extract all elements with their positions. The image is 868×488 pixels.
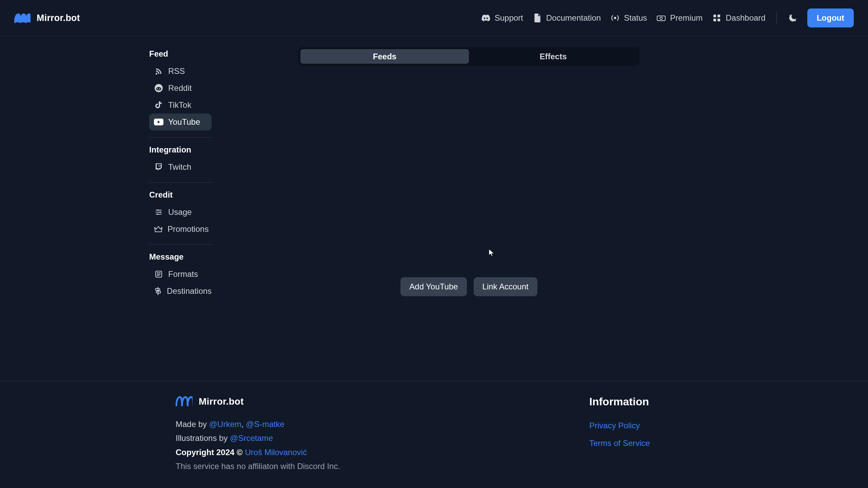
footer-link-srcetame[interactable]: @Srcetame — [230, 433, 273, 443]
sidebar-item-label: Usage — [168, 207, 192, 217]
nav-status[interactable]: Status — [610, 13, 647, 23]
sliders-icon — [154, 207, 163, 217]
footer-illustrations: Illustrations by @Srcetame — [176, 431, 481, 445]
sidebar-group-credit-title: Credit — [149, 189, 212, 204]
footer-brand[interactable]: Mirror.bot — [176, 395, 481, 408]
footer: Mirror.bot Made by @Urkem, @S-matke Illu… — [0, 381, 868, 473]
sidebar-separator — [149, 137, 212, 138]
discord-icon — [481, 13, 491, 23]
topbar: Mirror.bot Support Documentation Status … — [0, 0, 868, 36]
youtube-icon — [154, 117, 163, 127]
footer-left: Mirror.bot Made by @Urkem, @S-matke Illu… — [176, 395, 481, 473]
sidebar-item-rss[interactable]: RSS — [149, 63, 212, 80]
dashboard-icon — [712, 13, 722, 23]
reddit-icon — [154, 83, 163, 93]
nav-premium[interactable]: Premium — [656, 13, 703, 23]
svg-point-12 — [159, 88, 160, 89]
topnav: Support Documentation Status Premium Das… — [481, 8, 854, 27]
brand-logo-icon — [176, 395, 193, 408]
svg-rect-4 — [717, 15, 720, 17]
file-icon — [533, 13, 542, 23]
premium-icon — [656, 13, 666, 23]
footer-link-urkem[interactable]: @Urkem — [209, 420, 241, 429]
sidebar-item-twitch[interactable]: Twitch — [149, 159, 212, 176]
footer-info-heading: Information — [589, 395, 650, 408]
rss-icon — [154, 66, 163, 76]
theme-toggle-button[interactable] — [788, 13, 798, 23]
nav-support[interactable]: Support — [481, 13, 523, 23]
add-youtube-button[interactable]: Add YouTube — [400, 277, 467, 296]
footer-illustrations-prefix: Illustrations by — [176, 433, 230, 443]
main-tabs: Feeds Effects — [298, 47, 639, 66]
footer-copyright: Copyright 2024 © Uroš Milovanović — [176, 445, 481, 459]
footer-made-by: Made by @Urkem, @S-matke — [176, 417, 481, 431]
sidebar-item-label: Reddit — [168, 83, 192, 93]
nav-separator — [776, 11, 777, 25]
sidebar-item-formats[interactable]: Formats — [149, 266, 212, 283]
sidebar-item-reddit[interactable]: Reddit — [149, 80, 212, 97]
moon-icon — [788, 13, 797, 23]
sidebar-group-message-title: Message — [149, 251, 212, 266]
tab-effects-label: Effects — [539, 52, 567, 61]
svg-point-16 — [157, 214, 158, 215]
footer-right: Information Privacy Policy Terms of Serv… — [589, 395, 650, 473]
nav-documentation-label: Documentation — [546, 13, 601, 23]
footer-link-privacy[interactable]: Privacy Policy — [589, 417, 650, 434]
svg-point-0 — [614, 17, 616, 19]
sidebar-item-label: Formats — [168, 269, 198, 279]
footer-copyright-prefix: Copyright 2024 © — [176, 448, 245, 457]
footer-link-smatke[interactable]: @S-matke — [246, 420, 284, 429]
sidebar-item-label: Destinations — [167, 286, 212, 296]
broadcast-icon — [610, 13, 620, 23]
twitch-icon — [154, 162, 163, 172]
sidebar-item-usage[interactable]: Usage — [149, 204, 212, 221]
footer-made-by-prefix: Made by — [176, 420, 209, 429]
footer-brand-name: Mirror.bot — [199, 396, 244, 407]
nav-status-label: Status — [624, 13, 647, 23]
sidebar-item-label: RSS — [168, 66, 185, 76]
nav-documentation[interactable]: Documentation — [533, 13, 601, 23]
logout-label: Logout — [817, 13, 844, 22]
add-youtube-label: Add YouTube — [409, 282, 458, 291]
svg-point-14 — [158, 209, 159, 211]
footer-link-tos[interactable]: Terms of Service — [589, 434, 650, 452]
svg-point-11 — [157, 88, 158, 89]
nav-premium-label: Premium — [670, 13, 703, 23]
sidebar: Feed RSS Reddit TikTok YouTube Integrati… — [149, 48, 212, 300]
logout-button[interactable]: Logout — [807, 8, 854, 27]
footer-made-by-sep: , — [241, 420, 246, 429]
brand[interactable]: Mirror.bot — [14, 13, 80, 23]
main-panel: Feeds Effects — [298, 47, 639, 66]
tiktok-icon — [154, 100, 163, 110]
sidebar-item-tiktok[interactable]: TikTok — [149, 97, 212, 114]
brand-logo-icon — [14, 13, 31, 23]
sidebar-item-youtube[interactable]: YouTube — [149, 114, 212, 130]
tab-feeds[interactable]: Feeds — [300, 49, 469, 64]
sidebar-item-label: Twitch — [168, 162, 191, 172]
svg-point-7 — [789, 15, 790, 16]
sidebar-item-label: YouTube — [168, 117, 200, 127]
svg-point-2 — [660, 17, 663, 20]
sidebar-item-label: TikTok — [168, 100, 191, 110]
svg-rect-3 — [713, 15, 716, 17]
crown-icon — [154, 224, 163, 234]
tab-feeds-label: Feeds — [373, 52, 396, 61]
sidebar-group-feed-title: Feed — [149, 48, 212, 63]
tab-effects[interactable]: Effects — [469, 49, 637, 64]
action-row: Add YouTube Link Account — [298, 277, 639, 296]
svg-rect-1 — [657, 16, 665, 21]
sidebar-item-destinations[interactable]: Destinations — [149, 283, 212, 300]
sidebar-separator — [149, 182, 212, 183]
sidebar-separator — [149, 244, 212, 245]
svg-point-15 — [160, 211, 161, 213]
cursor-icon — [489, 249, 495, 257]
nav-dashboard[interactable]: Dashboard — [712, 13, 765, 23]
sidebar-item-promotions[interactable]: Promotions — [149, 221, 212, 238]
sidebar-group-integration-title: Integration — [149, 144, 212, 159]
link-account-button[interactable]: Link Account — [474, 277, 537, 296]
list-icon — [154, 269, 163, 279]
sidebar-item-label: Promotions — [167, 224, 209, 234]
signpost-icon — [154, 286, 162, 296]
footer-link-author[interactable]: Uroš Milovanović — [245, 448, 307, 457]
svg-rect-6 — [717, 19, 720, 21]
